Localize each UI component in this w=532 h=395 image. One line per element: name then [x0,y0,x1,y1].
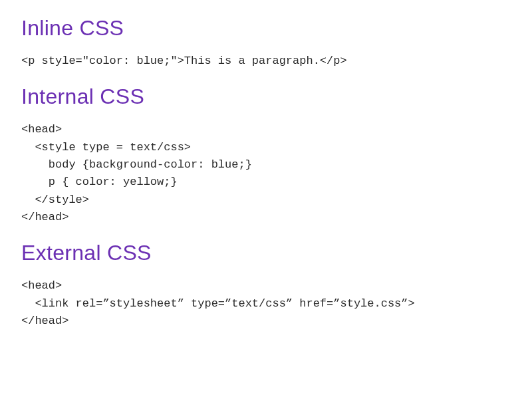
heading-external-css: External CSS [21,241,511,265]
code-inline-css: <p style="color: blue;">This is a paragr… [21,53,511,70]
heading-inline-css: Inline CSS [21,16,511,41]
code-internal-css: <head> <style type = text/css> body {bac… [21,121,511,226]
code-external-css: <head> <link rel=”stylesheet” type=”text… [21,277,511,330]
heading-internal-css: Internal CSS [21,84,511,109]
